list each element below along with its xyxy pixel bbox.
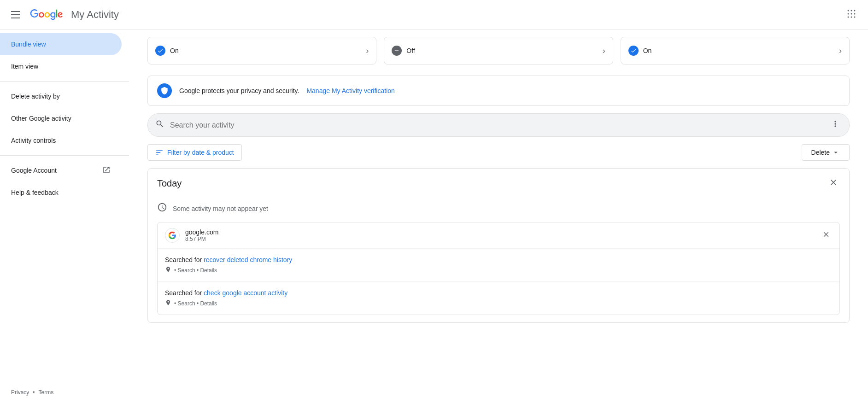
activity-site: google.com 8:57 PM (165, 228, 218, 243)
activity-entry-0: Searched for recover deleted chrome hist… (158, 249, 839, 282)
sidebar-divider-1 (0, 81, 129, 82)
svg-point-1 (851, 10, 852, 12)
svg-point-7 (851, 17, 852, 18)
search-more-button[interactable] (829, 117, 842, 133)
status-card-left-0: On (155, 46, 179, 56)
today-section: Today Some activity may not appear yet (147, 168, 850, 323)
sidebar-item-view-label: Item view (11, 63, 38, 70)
sidebar-divider-2 (0, 155, 129, 156)
footer-separator: • (33, 389, 35, 396)
svg-point-8 (854, 17, 856, 18)
location-icon-1 (165, 299, 171, 307)
today-close-button[interactable] (827, 176, 840, 191)
svg-point-0 (848, 10, 849, 12)
sidebar-delete-activity-label: Delete activity by (11, 93, 60, 100)
status-dot-0 (155, 46, 165, 56)
activity-card: google.com 8:57 PM Searched for recover … (157, 222, 840, 315)
card-close-icon (822, 230, 830, 239)
activity-text-1: Searched for check google account activi… (165, 289, 832, 297)
card-close-button[interactable] (820, 228, 832, 243)
sidebar-bundle-view-label: Bundle view (11, 41, 46, 48)
activity-query-link-1[interactable]: check google account activity (204, 289, 287, 297)
g-icon (168, 231, 176, 239)
minus-icon-1 (393, 47, 400, 54)
clock-icon (157, 202, 167, 215)
status-text-1: Off (406, 47, 415, 54)
menu-button[interactable] (7, 7, 24, 22)
sidebar-activity-controls-label: Activity controls (11, 137, 56, 144)
sidebar-item-activity-controls[interactable]: Activity controls (0, 129, 122, 152)
google-favicon (165, 228, 180, 243)
status-card-1[interactable]: Off › (384, 37, 613, 64)
sidebar-item-delete-activity[interactable]: Delete activity by (0, 85, 122, 107)
apps-grid-icon (846, 8, 857, 19)
status-card-0[interactable]: On › (147, 37, 376, 64)
check-icon-0 (157, 47, 164, 54)
today-header: Today (157, 176, 840, 191)
search-input[interactable] (170, 121, 823, 129)
activity-meta-text-0: • Search • Details (174, 267, 217, 274)
shield-icon (160, 87, 169, 95)
sidebar-item-other-activity[interactable]: Other Google activity (0, 107, 122, 129)
filter-icon (155, 148, 164, 157)
status-card-2[interactable]: On › (621, 37, 850, 64)
activity-meta-text-1: • Search • Details (174, 300, 217, 307)
check-icon-2 (630, 47, 637, 54)
status-cards-container: On › Off › On › (147, 29, 850, 72)
status-card-left-2: On (628, 46, 652, 56)
status-dot-1 (392, 46, 402, 56)
terms-link[interactable]: Terms (39, 389, 54, 396)
privacy-notice: Google protects your privacy and securit… (147, 76, 850, 106)
sidebar-other-activity-label: Other Google activity (11, 115, 71, 122)
site-info: google.com 8:57 PM (185, 228, 218, 242)
google-logo (29, 9, 64, 20)
dropdown-arrow-icon (832, 148, 840, 157)
status-text-0: On (170, 47, 179, 54)
site-name: google.com (185, 228, 218, 236)
sidebar-item-google-account[interactable]: Google Account (0, 159, 122, 181)
svg-point-4 (851, 13, 852, 15)
external-link-icon (102, 166, 111, 175)
svg-point-5 (854, 13, 856, 15)
privacy-link[interactable]: Privacy (11, 389, 29, 396)
activity-card-header: google.com 8:57 PM (158, 222, 839, 249)
privacy-text: Google protects your privacy and securit… (179, 87, 299, 94)
filter-delete-row: Filter by date & product Delete (147, 144, 850, 161)
search-bar (147, 113, 850, 137)
header-left: My Activity (7, 7, 119, 22)
today-title: Today (157, 178, 182, 189)
activity-query-link-0[interactable]: recover deleted chrome history (204, 256, 292, 263)
activity-prefix-1: Searched for (165, 289, 204, 297)
sidebar-item-item-view[interactable]: Item view (0, 55, 122, 77)
activity-text-0: Searched for recover deleted chrome hist… (165, 256, 832, 263)
filter-button[interactable]: Filter by date & product (147, 144, 242, 161)
activity-notice-text: Some activity may not appear yet (173, 205, 268, 212)
manage-verification-link[interactable]: Manage My Activity verification (306, 87, 394, 94)
close-icon (829, 178, 838, 187)
delete-label: Delete (811, 149, 830, 156)
sidebar-google-account-label: Google Account (11, 167, 57, 174)
activity-meta-0: • Search • Details (165, 266, 832, 274)
sidebar-help-feedback-label: Help & feedback (11, 189, 59, 196)
status-dot-2 (628, 46, 639, 56)
more-vert-icon (831, 119, 840, 128)
svg-point-3 (848, 13, 849, 15)
sidebar-item-bundle-view[interactable]: Bundle view (0, 33, 122, 55)
app-header: My Activity (0, 0, 868, 29)
status-card-left-1: Off (392, 46, 415, 56)
svg-point-2 (854, 10, 856, 12)
status-text-2: On (643, 47, 652, 54)
site-time: 8:57 PM (185, 236, 218, 242)
delete-button[interactable]: Delete (802, 144, 850, 161)
app-title: My Activity (71, 9, 119, 21)
main-content: On › Off › On › G (129, 29, 868, 403)
svg-point-6 (848, 17, 849, 18)
search-icon (155, 119, 164, 131)
activity-notice: Some activity may not appear yet (157, 199, 840, 222)
location-icon-0 (165, 266, 171, 274)
privacy-shield-icon (157, 83, 172, 98)
header-right (842, 5, 861, 24)
apps-button[interactable] (842, 5, 861, 24)
google-logo-svg (29, 9, 64, 20)
sidebar-item-help-feedback[interactable]: Help & feedback (0, 181, 122, 204)
